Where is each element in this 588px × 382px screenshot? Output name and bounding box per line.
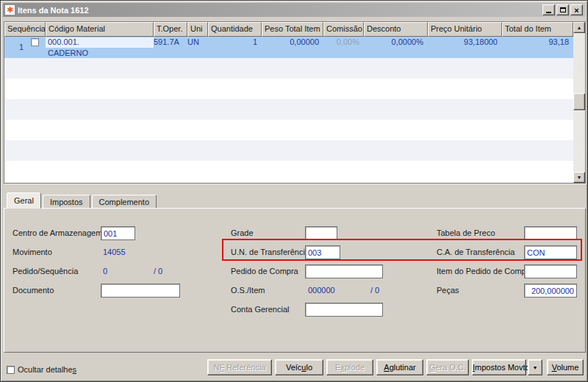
pecas-input[interactable]	[524, 284, 577, 298]
ca-transferencia-input[interactable]	[524, 245, 577, 259]
empty-rows-area	[4, 58, 573, 183]
checkbox-label: Ocultar detalhes	[18, 365, 76, 374]
column-header-uni[interactable]: Uni	[187, 22, 208, 37]
column-header-comissao[interactable]: Comissão	[323, 22, 364, 37]
grid-body: 1 000.001. CADERNO 591.7A UN 1 0,00000 0…	[4, 37, 573, 183]
nf-referencia-button[interactable]: NF Referência	[207, 359, 272, 375]
aglutinar-button[interactable]: Aglutinar	[376, 359, 423, 375]
window-title: Itens da Nota 1612	[18, 6, 542, 15]
vertical-scrollbar[interactable]: ▲ ▼	[573, 22, 585, 183]
column-header-desconto[interactable]: Desconto	[364, 22, 428, 37]
column-header-preco-unitario[interactable]: Preço Unitário	[428, 22, 502, 37]
column-header-t-oper[interactable]: T.Oper.	[154, 22, 187, 37]
item-pedido-compra-label: Item do Pedido de Compra	[437, 267, 533, 275]
cell-total-do-item: 93,18	[502, 37, 573, 58]
cell-peso-total-item: 0,00000	[262, 37, 323, 58]
veiculo-button[interactable]: Veículo	[275, 359, 323, 375]
tab-complemento[interactable]: Complemento	[92, 195, 157, 209]
pedido-sequencia-value: 0	[103, 267, 107, 275]
sequencia-value: 1	[19, 43, 24, 51]
column-header-codigo-material[interactable]: Código Material	[46, 22, 154, 37]
tab-bar: GeralImpostosComplemento	[7, 192, 158, 209]
items-grid: SequênciaCódigo MaterialT.Oper.UniQuanti…	[4, 21, 586, 184]
conta-gerencial-label: Conta Gerencial	[231, 305, 290, 314]
os-item-value2: / 0	[370, 286, 379, 295]
tabela-preco-input[interactable]	[524, 226, 577, 240]
un-transferencia-label: U.N. de Transferência	[231, 248, 309, 256]
item-pedido-compra-input[interactable]	[524, 264, 577, 278]
scrollbar-thumb[interactable]	[573, 93, 585, 110]
cell-preco-unitario: 93,18000	[428, 37, 502, 58]
cell-quantidade: 1	[208, 37, 262, 58]
grade-input[interactable]	[305, 226, 337, 240]
column-header-peso-total-item[interactable]: Peso Total Item	[262, 22, 323, 37]
pedido-sequencia-label: Pedido/Sequência	[12, 267, 78, 275]
checkbox-icon[interactable]	[7, 366, 15, 374]
pedido-compra-input[interactable]	[305, 264, 383, 278]
gera-oc-button[interactable]: Gera O.C.	[426, 359, 469, 375]
centro-armazenagem-input[interactable]	[101, 226, 135, 240]
explode-button[interactable]: Explode	[326, 359, 373, 375]
pedido-sequencia-value2: / 0	[154, 267, 162, 275]
scroll-down-icon[interactable]: ▼	[573, 172, 585, 183]
cell-uni: UN	[187, 37, 208, 58]
items-da-nota-window: ✱ Itens da Nota 1612 × SequênciaCódigo M…	[0, 0, 588, 382]
tab-geral[interactable]: Geral	[7, 192, 41, 209]
pecas-label: Peças	[437, 286, 459, 295]
codigo-material-cell[interactable]: 000.001.	[46, 37, 154, 48]
codigo-value: 000.001.	[48, 37, 79, 46]
movimento-label: Movimento	[12, 248, 52, 256]
grid-header: SequênciaCódigo MaterialT.Oper.UniQuanti…	[4, 22, 573, 37]
app-icon: ✱	[5, 5, 15, 15]
cell-desconto: 0,0000%	[364, 37, 428, 58]
footer-buttons: NF ReferênciaVeículoExplodeAglutinarGera…	[207, 359, 584, 375]
conta-gerencial-input[interactable]	[305, 303, 383, 317]
un-transferencia-input[interactable]	[305, 245, 340, 259]
os-item-label: O.S./Item	[231, 286, 265, 295]
impostos-movto-dropdown-button[interactable]: ▼	[528, 359, 542, 375]
movimento-value: 14055	[103, 248, 126, 256]
close-icon: ×	[574, 7, 578, 14]
ca-transferencia-label: C.A. de Transferência	[437, 248, 514, 256]
descricao-value: CADERNO	[46, 48, 154, 57]
centro-armazenagem-label: Centro de Armazenagem	[12, 228, 102, 237]
column-header-sequencia[interactable]: Sequência	[4, 22, 46, 37]
impostos-movto-button[interactable]: Impostos Movto	[472, 359, 526, 375]
minimize-icon	[546, 9, 551, 13]
ocultar-detalhes-checkbox[interactable]: Ocultar detalhes	[7, 365, 76, 374]
column-header-quantidade[interactable]: Quantidade	[208, 22, 262, 37]
volume-button[interactable]: Volume	[547, 359, 584, 375]
pedido-compra-label: Pedido de Compra	[231, 267, 298, 275]
documento-label: Documento	[12, 286, 54, 295]
tab-impostos[interactable]: Impostos	[43, 195, 90, 209]
minimize-button[interactable]	[542, 4, 555, 15]
grid-row-selected[interactable]: 1 000.001. CADERNO 591.7A UN 1 0,00000 0…	[4, 37, 573, 58]
grade-label: Grade	[231, 228, 254, 237]
column-header-total-do-item[interactable]: Total do Item	[502, 22, 573, 37]
scroll-up-icon[interactable]: ▲	[573, 22, 585, 33]
footer-bar: Ocultar detalhes NF ReferênciaVeículoExp…	[1, 359, 587, 378]
os-item-value: 000000	[308, 286, 335, 295]
cell-sequencia: 1	[4, 37, 46, 58]
cell-comissao: 0,00%	[323, 37, 364, 58]
cell-codigo-material: 000.001. CADERNO	[46, 37, 154, 58]
maximize-button[interactable]	[556, 4, 569, 15]
titlebar[interactable]: ✱ Itens da Nota 1612 ×	[3, 3, 585, 17]
tabela-preco-label: Tabela de Preco	[437, 228, 495, 237]
maximize-icon	[560, 7, 566, 12]
close-button[interactable]: ×	[570, 4, 583, 15]
row-checkbox[interactable]	[31, 38, 39, 46]
documento-input[interactable]	[101, 284, 180, 298]
cell-t-oper: 591.7A	[154, 37, 187, 58]
